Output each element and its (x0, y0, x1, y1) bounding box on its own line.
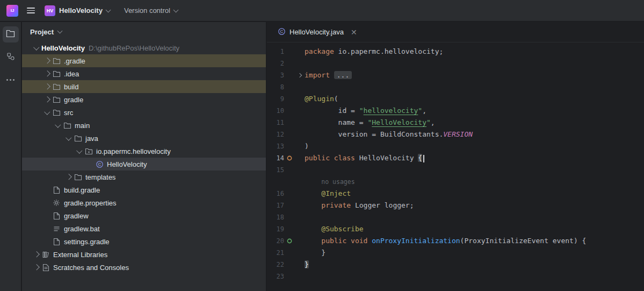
code-line[interactable]: 21 } (267, 247, 644, 259)
tree-item--idea[interactable]: .idea (22, 67, 266, 80)
code-line[interactable]: 22} (267, 259, 644, 271)
chevron-down-icon (173, 7, 178, 12)
code-line[interactable]: 2 (267, 58, 644, 69)
tree-item-templates[interactable]: templates (22, 171, 266, 183)
chevron-down-icon[interactable] (75, 150, 84, 153)
code-line[interactable]: 1package io.papermc.hellovelocity; (267, 46, 644, 58)
line-number[interactable]: 11 (267, 117, 284, 129)
tree-item-java[interactable]: java (22, 132, 266, 145)
class-gutter-icon[interactable] (284, 152, 295, 164)
chevron-right-icon[interactable] (42, 59, 52, 63)
code-line[interactable]: 14public class HelloVelocity { (267, 152, 644, 164)
code-line[interactable]: 23 (267, 271, 644, 282)
gradle-icon (52, 238, 61, 246)
code-line[interactable]: 3import ... (267, 69, 644, 81)
tree-item-gradlew[interactable]: gradlew (22, 209, 266, 222)
line-number[interactable]: 18 (267, 211, 284, 223)
tree-item-gradlew-bat[interactable]: gradlew.bat (22, 222, 266, 235)
line-number[interactable]: 21 (267, 247, 284, 259)
folder-icon (74, 135, 82, 142)
line-number[interactable]: 19 (267, 223, 284, 235)
code-line[interactable]: 9@Plugin( (267, 93, 644, 105)
line-number[interactable]: 8 (267, 81, 284, 93)
structure-icon (6, 52, 15, 62)
main-menu-icon[interactable] (27, 8, 35, 13)
code-line[interactable]: 20 public void onProxyInitialization(Pro… (267, 235, 644, 247)
structure-tool-window-button[interactable] (3, 49, 19, 65)
line-number[interactable]: 15 (267, 164, 284, 176)
line-number[interactable]: 10 (267, 105, 284, 117)
code-line[interactable]: 17 private Logger logger; (267, 200, 644, 211)
chevron-right-icon[interactable] (42, 84, 52, 89)
line-number[interactable]: 12 (267, 129, 284, 140)
tree-item-label: src (64, 109, 73, 117)
line-number[interactable]: 22 (267, 259, 284, 271)
svg-text:C: C (98, 162, 101, 167)
line-number[interactable]: 20 (267, 235, 284, 247)
close-tab-icon[interactable]: ✕ (351, 29, 357, 36)
tree-item-label: java (85, 134, 98, 143)
scratch-icon (41, 264, 50, 272)
tree-item-external-libraries[interactable]: External Libraries (22, 248, 266, 261)
tree-item-label: HelloVelocity (41, 44, 85, 52)
tree-item-io-papermc-hellovelocity[interactable]: io.papermc.hellovelocity (22, 145, 266, 158)
tree-item-hellovelocity[interactable]: CHelloVelocity (22, 158, 266, 171)
tree-item-main[interactable]: main (22, 119, 266, 132)
folder-icon (52, 70, 61, 77)
tree-item-gradle-properties[interactable]: gradle.properties (22, 196, 266, 209)
chevron-down-icon[interactable] (32, 47, 41, 49)
vcs-widget-label: Version control (124, 6, 170, 15)
tree-item-gradle[interactable]: gradle (22, 93, 266, 106)
chevron-right-icon[interactable] (64, 175, 74, 179)
class-icon: C (278, 27, 286, 37)
tree-item--gradle[interactable]: .gradle (22, 54, 266, 67)
project-panel-header[interactable]: Project (22, 22, 266, 41)
more-tool-windows-button[interactable] (3, 72, 19, 88)
tree-item-src[interactable]: src (22, 106, 266, 119)
code-line[interactable]: 12 version = BuildConstants.VERSION (267, 129, 644, 140)
line-number[interactable]: 14 (267, 152, 284, 164)
chevron-right-icon[interactable] (42, 72, 52, 76)
subscribe-gutter-icon[interactable] (284, 235, 295, 247)
editor-tab[interactable]: C HelloVelocity.java ✕ (272, 22, 363, 42)
project-widget[interactable]: HV HelloVelocity (45, 5, 110, 16)
chevron-down-icon[interactable] (64, 137, 74, 140)
project-tool-window-button[interactable] (3, 26, 19, 42)
line-number[interactable]: 1 (267, 46, 284, 58)
code-line[interactable]: 19 @Subscribe (267, 223, 644, 235)
gutter-spacer (284, 200, 295, 211)
code-line[interactable]: 15 (267, 164, 644, 176)
fold-spacer (295, 200, 305, 211)
chevron-right-icon[interactable] (32, 265, 41, 269)
chevron-down-icon[interactable] (53, 124, 63, 127)
fold-chevron-icon[interactable] (295, 69, 305, 81)
line-number[interactable]: 3 (267, 69, 284, 81)
tool-window-strip (0, 22, 21, 291)
tree-item-build[interactable]: build (22, 80, 266, 93)
code-line[interactable]: 10 id = "hellovelocity", (267, 105, 644, 117)
code-line[interactable]: 8 (267, 81, 644, 93)
fold-spacer (295, 140, 305, 152)
tree-item-build-gradle[interactable]: build.gradle (22, 183, 266, 196)
tree-item-settings-gradle[interactable]: settings.gradle (22, 235, 266, 248)
line-number[interactable]: 9 (267, 93, 284, 105)
line-number[interactable]: 13 (267, 140, 284, 152)
tree-item-hellovelocity[interactable]: HelloVelocityD:\githubRePos\HelloVelocit… (22, 41, 266, 54)
code-line[interactable]: 13) (267, 140, 644, 152)
line-number[interactable]: 23 (267, 271, 284, 282)
line-number[interactable]: 2 (267, 58, 284, 69)
tree-item-label: External Libraries (53, 251, 107, 259)
code-line[interactable]: 16 @Inject (267, 188, 644, 200)
code-editor[interactable]: 1package io.papermc.hellovelocity;23impo… (267, 42, 644, 282)
code-line[interactable]: no usages (267, 176, 644, 188)
chevron-right-icon[interactable] (32, 252, 41, 257)
tree-item-scratches-and-consoles[interactable]: Scratches and Consoles (22, 261, 266, 274)
chevron-down-icon[interactable] (42, 111, 52, 114)
line-number[interactable]: 16 (267, 188, 284, 200)
chevron-right-icon[interactable] (42, 97, 52, 102)
code-text: ) (305, 140, 309, 152)
line-number[interactable]: 17 (267, 200, 284, 211)
code-line[interactable]: 18 (267, 211, 644, 223)
vcs-widget[interactable]: Version control (124, 6, 178, 15)
code-line[interactable]: 11 name = "HelloVelocity", (267, 117, 644, 129)
